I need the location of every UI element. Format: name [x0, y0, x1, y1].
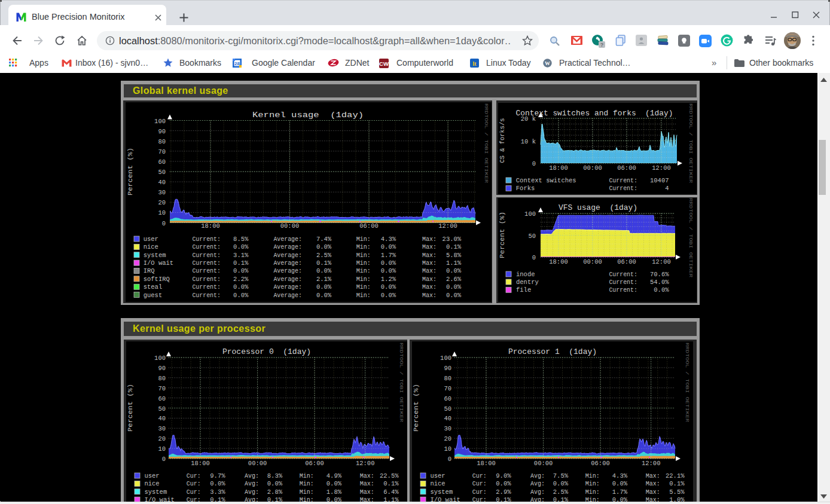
svg-text:2.9%: 2.9%	[496, 488, 511, 496]
svg-text:7.4%: 7.4%	[316, 236, 332, 243]
svg-text:18:00: 18:00	[201, 222, 220, 230]
svg-text:Max:: Max:	[422, 283, 437, 291]
svg-text:Max:: Max:	[422, 243, 437, 251]
svg-text:Max:: Max:	[422, 252, 437, 259]
svg-text:0.0%: 0.0%	[233, 267, 249, 274]
svg-text:Max:: Max:	[646, 480, 660, 487]
svg-text:8.5%: 8.5%	[233, 236, 249, 243]
svg-text:22.5%: 22.5%	[380, 472, 399, 479]
svg-text:Average:: Average:	[273, 243, 302, 251]
svg-text:Min:: Min:	[356, 259, 371, 267]
svg-text:9.0%: 9.0%	[496, 472, 511, 479]
svg-text:90: 90	[444, 365, 451, 372]
svg-text:2.5%: 2.5%	[316, 252, 332, 259]
svg-text:Avg:: Avg:	[530, 488, 545, 496]
svg-text:Current:: Current:	[192, 283, 221, 291]
svg-text:0.0%: 0.0%	[381, 243, 396, 251]
svg-text:100: 100	[524, 210, 536, 218]
svg-text:0.1%: 0.1%	[316, 259, 332, 267]
svg-text:Max:: Max:	[646, 488, 660, 496]
svg-text:54.0%: 54.0%	[650, 279, 669, 286]
svg-text:Avg:: Avg:	[245, 488, 259, 496]
svg-text:RRDTOOL / TOBI OETIKER: RRDTOOL / TOBI OETIKER	[685, 343, 689, 423]
svg-text:2.2%: 2.2%	[233, 276, 249, 283]
svg-text:Current:: Current:	[192, 276, 221, 283]
svg-text:90: 90	[158, 365, 166, 372]
svg-text:18:00: 18:00	[477, 460, 496, 467]
svg-text:22.1%: 22.1%	[666, 472, 685, 479]
svg-text:steal: steal	[144, 283, 163, 291]
svg-text:2.6%: 2.6%	[446, 276, 462, 283]
svg-text:20: 20	[444, 435, 451, 442]
svg-text:50: 50	[158, 169, 166, 176]
svg-text:Avg:: Avg:	[530, 472, 545, 479]
svg-text:12:00: 12:00	[642, 460, 661, 467]
svg-text:Current:: Current:	[192, 236, 221, 243]
svg-text:Max:: Max:	[360, 472, 374, 479]
svg-text:0.1%: 0.1%	[669, 480, 685, 487]
svg-text:Context switches: Context switches	[516, 177, 576, 184]
svg-text:70: 70	[158, 385, 166, 392]
svg-text:Min:: Min:	[300, 488, 314, 496]
svg-text:Cur:: Cur:	[472, 488, 487, 496]
svg-text:10: 10	[158, 209, 166, 216]
svg-text:12:00: 12:00	[356, 460, 375, 467]
svg-text:RRDTOOL / TOBI OETIKER: RRDTOOL / TOBI OETIKER	[399, 343, 404, 423]
svg-text:80: 80	[158, 375, 166, 382]
svg-text:70: 70	[444, 385, 451, 392]
svg-text:Max:: Max:	[422, 236, 437, 243]
svg-text:Context switches and forks (1: Context switches and forks (1day)	[516, 109, 673, 118]
svg-text:Min:: Min:	[356, 267, 371, 274]
svg-text:00:00: 00:00	[583, 164, 602, 172]
svg-text:100: 100	[154, 355, 166, 362]
svg-text:Cur:: Cur:	[472, 480, 487, 487]
svg-text:Avg:: Avg:	[245, 472, 259, 479]
svg-text:Max:: Max:	[646, 472, 660, 479]
svg-text:0.0%: 0.0%	[381, 292, 396, 299]
svg-text:Average:: Average:	[273, 252, 302, 259]
svg-text:I/O wait: I/O wait	[144, 259, 173, 267]
svg-text:system: system	[144, 252, 166, 259]
svg-text:9.7%: 9.7%	[210, 472, 225, 479]
svg-text:20 k: 20 k	[521, 115, 536, 123]
svg-text:0.0%: 0.0%	[446, 283, 462, 291]
svg-text:40: 40	[158, 179, 166, 186]
svg-text:Min:: Min:	[300, 472, 314, 479]
svg-text:Cur:: Cur:	[187, 488, 201, 496]
svg-text:1.7%: 1.7%	[612, 488, 628, 496]
svg-text:Average:: Average:	[273, 259, 302, 267]
svg-text:Percent (%): Percent (%)	[127, 148, 134, 196]
svg-text:Current:: Current:	[192, 292, 221, 299]
svg-text:inode: inode	[516, 271, 535, 278]
svg-text:Min:: Min:	[356, 276, 371, 283]
svg-text:90: 90	[158, 128, 166, 135]
svg-text:0.0%: 0.0%	[496, 480, 511, 487]
svg-text:Max:: Max:	[422, 259, 437, 267]
svg-text:Cur:: Cur:	[472, 472, 487, 479]
svg-text:Processor 1 (1day): Processor 1 (1day)	[508, 348, 597, 356]
svg-text:Forks: Forks	[516, 185, 535, 192]
svg-text:0: 0	[162, 456, 166, 463]
svg-text:Average:: Average:	[273, 292, 302, 299]
svg-text:0.0%: 0.0%	[326, 480, 342, 487]
svg-text:Average:: Average:	[273, 276, 302, 283]
svg-text:Min:: Min:	[356, 243, 371, 251]
svg-text:0.0%: 0.0%	[446, 267, 462, 274]
svg-text:Current:: Current:	[609, 286, 637, 294]
svg-text:Current:: Current:	[609, 185, 637, 192]
svg-text:1.2%: 1.2%	[381, 276, 396, 283]
svg-text:dentry: dentry	[516, 279, 539, 286]
svg-text:80: 80	[158, 138, 166, 145]
svg-text:VFS usage (1day): VFS usage (1day)	[559, 204, 637, 212]
svg-text:Average:: Average:	[273, 283, 302, 291]
svg-text:user: user	[144, 236, 158, 243]
svg-text:100: 100	[440, 355, 451, 362]
svg-text:0.0%: 0.0%	[267, 480, 283, 487]
svg-text:0.1%: 0.1%	[233, 259, 249, 267]
svg-text:Percent (%): Percent (%)	[413, 384, 420, 432]
svg-text:0.0%: 0.0%	[316, 267, 332, 274]
svg-text:3.3%: 3.3%	[210, 488, 225, 496]
svg-text:06:00: 06:00	[617, 258, 636, 265]
svg-text:Current:: Current:	[192, 267, 221, 274]
svg-text:0.0%: 0.0%	[446, 292, 462, 299]
